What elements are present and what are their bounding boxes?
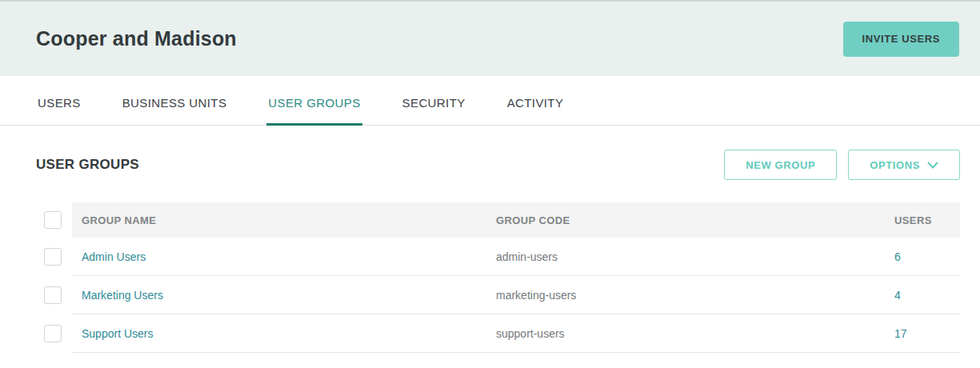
table-header-content: GROUP NAME GROUP CODE USERS [72, 202, 960, 238]
section-actions: NEW GROUP OPTIONS [724, 150, 960, 180]
table-header-row: GROUP NAME GROUP CODE USERS [40, 202, 960, 238]
table-row-content: Admin Users admin-users 6 [72, 238, 960, 276]
tab-security[interactable]: SECURITY [401, 76, 467, 125]
table-row-content: Marketing Users marketing-users 4 [72, 276, 960, 314]
group-code-value: admin-users [496, 250, 558, 263]
table-row-content: Support Users support-users 17 [72, 314, 960, 353]
section-header-row: USER GROUPS NEW GROUP OPTIONS [36, 150, 960, 180]
new-group-button-label: NEW GROUP [746, 159, 815, 171]
group-code-value: marketing-users [496, 289, 576, 302]
row-checkbox-cell [40, 314, 72, 353]
tab-bar: USERS BUSINESS UNITS USER GROUPS SECURIT… [0, 76, 980, 126]
row-checkbox-cell [40, 276, 72, 314]
user-groups-page: Cooper and Madison INVITE USERS USERS BU… [0, 0, 980, 368]
select-all-cell [40, 202, 72, 238]
row-checkbox-cell [40, 238, 72, 276]
group-code-value: support-users [496, 327, 565, 340]
table-row: Marketing Users marketing-users 4 [40, 276, 960, 314]
table-row: Admin Users admin-users 6 [40, 238, 960, 276]
invite-users-button[interactable]: INVITE USERS [843, 22, 960, 57]
options-button[interactable]: OPTIONS [848, 150, 960, 180]
page-title: Cooper and Madison [36, 27, 237, 50]
group-users-count-link[interactable]: 4 [894, 289, 901, 302]
tab-user-groups[interactable]: USER GROUPS [266, 76, 362, 125]
column-header-group-code: GROUP CODE [496, 214, 894, 226]
tab-users[interactable]: USERS [36, 76, 82, 125]
new-group-button[interactable]: NEW GROUP [724, 150, 837, 180]
column-header-group-name: GROUP NAME [72, 214, 496, 226]
row-checkbox[interactable] [44, 248, 62, 266]
group-name-link[interactable]: Support Users [82, 327, 153, 340]
row-checkbox[interactable] [44, 325, 62, 342]
options-button-label: OPTIONS [870, 159, 920, 171]
table-row: Support Users support-users 17 [40, 314, 960, 353]
group-users-count-link[interactable]: 17 [894, 327, 907, 340]
chevron-down-icon [927, 162, 938, 169]
row-checkbox[interactable] [44, 286, 62, 304]
select-all-checkbox[interactable] [44, 211, 62, 229]
page-header: Cooper and Madison INVITE USERS [0, 0, 980, 76]
tab-activity[interactable]: ACTIVITY [506, 76, 566, 125]
column-header-users: USERS [894, 214, 960, 226]
group-name-link[interactable]: Admin Users [82, 250, 146, 263]
group-name-link[interactable]: Marketing Users [82, 289, 163, 302]
group-users-count-link[interactable]: 6 [894, 250, 901, 263]
tab-business-units[interactable]: BUSINESS UNITS [121, 76, 229, 125]
user-groups-table: GROUP NAME GROUP CODE USERS Admin Users … [40, 202, 960, 353]
section-title: USER GROUPS [36, 157, 139, 173]
